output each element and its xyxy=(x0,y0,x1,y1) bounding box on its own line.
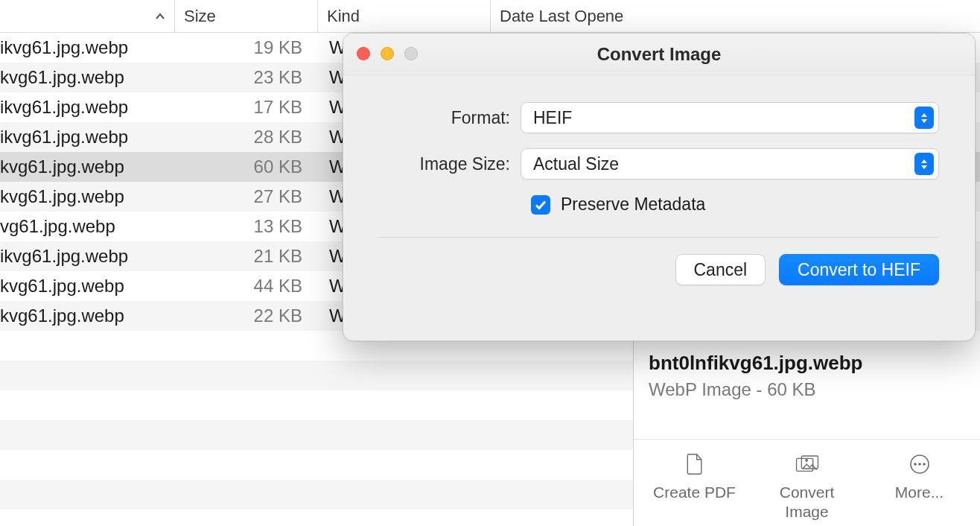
preserve-metadata-label: Preserve Metadata xyxy=(561,194,705,215)
cell-name: kvg61.jpg.webp xyxy=(0,305,174,326)
cell-name: ikvg61.jpg.webp xyxy=(0,37,174,58)
image-size-select[interactable]: Actual Size xyxy=(521,148,939,180)
svg-point-4 xyxy=(914,463,917,466)
cell-size: 22 KB xyxy=(174,305,317,326)
minimize-window-button[interactable] xyxy=(381,47,394,60)
convert-image-dialog: Convert Image Format: HEIF Image Size: A… xyxy=(343,33,976,341)
cell-size: 60 KB xyxy=(174,156,317,177)
column-header-row: Size Kind Date Last Opene xyxy=(0,0,980,33)
zoom-window-button xyxy=(404,47,418,60)
cell-size: 13 KB xyxy=(174,216,317,237)
column-header-size[interactable]: Size xyxy=(174,0,317,32)
column-header-date[interactable]: Date Last Opene xyxy=(490,0,980,32)
dialog-titlebar: Convert Image xyxy=(343,34,975,75)
cell-name: kvg61.jpg.webp xyxy=(0,276,174,297)
document-icon xyxy=(682,453,707,475)
cell-size: 19 KB xyxy=(174,37,317,58)
ellipsis-circle-icon xyxy=(907,453,932,475)
cell-name: kvg61.jpg.webp xyxy=(0,67,174,88)
dialog-form: Format: HEIF Image Size: Actual Size xyxy=(343,75,975,215)
more-action[interactable]: More... xyxy=(864,453,976,522)
chevron-updown-icon xyxy=(914,153,934,175)
column-header-name[interactable] xyxy=(0,0,174,32)
svg-rect-0 xyxy=(796,458,812,471)
convert-image-action[interactable]: Convert Image xyxy=(751,453,863,522)
more-label: More... xyxy=(895,483,944,502)
cell-size: 23 KB xyxy=(174,67,317,88)
cancel-button[interactable]: Cancel xyxy=(675,254,766,285)
preview-subtitle: WebP Image - 60 KB xyxy=(634,379,980,406)
cell-name: ikvg61.jpg.webp xyxy=(0,127,174,148)
quick-actions-bar: Create PDF Convert Image More... xyxy=(634,439,980,527)
create-pdf-label: Create PDF xyxy=(653,483,736,502)
preview-pane: bnt0lnfikvg61.jpg.webp WebP Image - 60 K… xyxy=(633,341,980,526)
cell-size: 27 KB xyxy=(174,186,317,207)
images-icon xyxy=(795,453,820,475)
format-select[interactable]: HEIF xyxy=(521,102,939,133)
sort-ascending-icon xyxy=(155,10,165,23)
traffic-lights xyxy=(357,47,418,60)
svg-point-2 xyxy=(805,459,808,462)
dialog-title: Convert Image xyxy=(597,44,722,65)
column-header-kind[interactable]: Kind xyxy=(317,0,490,32)
preserve-metadata-checkbox[interactable] xyxy=(531,195,550,215)
cell-name: ikvg61.jpg.webp xyxy=(0,97,174,118)
chevron-updown-icon xyxy=(914,107,934,129)
image-size-value: Actual Size xyxy=(533,154,619,174)
preview-filename: bnt0lnfikvg61.jpg.webp xyxy=(634,352,980,379)
create-pdf-action[interactable]: Create PDF xyxy=(639,453,751,522)
svg-point-5 xyxy=(918,463,921,466)
cell-name: vg61.jpg.webp xyxy=(0,216,174,237)
svg-point-6 xyxy=(923,463,926,466)
format-label: Format: xyxy=(379,108,521,128)
cell-name: kvg61.jpg.webp xyxy=(0,156,174,177)
cell-name: ikvg61.jpg.webp xyxy=(0,246,174,267)
format-value: HEIF xyxy=(533,108,572,128)
convert-image-label: Convert Image xyxy=(780,483,835,522)
dialog-button-row: Cancel Convert to HEIF xyxy=(343,238,975,285)
cell-size: 21 KB xyxy=(174,246,317,267)
cell-name: kvg61.jpg.webp xyxy=(0,186,174,207)
cell-size: 17 KB xyxy=(174,97,317,118)
close-window-button[interactable] xyxy=(357,47,370,60)
checkmark-icon xyxy=(535,199,547,211)
cell-size: 44 KB xyxy=(174,276,317,297)
convert-button[interactable]: Convert to HEIF xyxy=(779,254,939,285)
cell-size: 28 KB xyxy=(174,127,317,148)
image-size-label: Image Size: xyxy=(379,154,521,174)
